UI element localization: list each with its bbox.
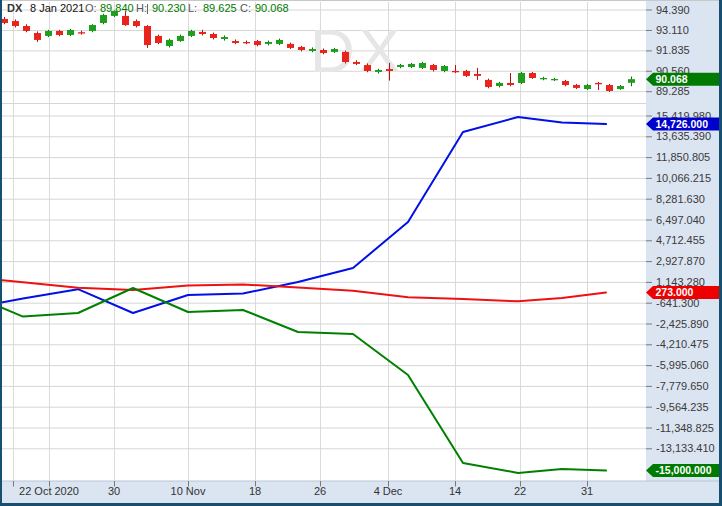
candle-up bbox=[496, 83, 503, 86]
candle-down bbox=[562, 81, 569, 85]
candle-down bbox=[254, 41, 261, 45]
candle-down bbox=[210, 34, 217, 38]
value-badge-2-text: -15,000.000 bbox=[656, 464, 712, 476]
candle-up bbox=[221, 37, 228, 39]
candle-down bbox=[430, 65, 437, 70]
frame-left bbox=[0, 0, 2, 506]
candle-up bbox=[265, 42, 272, 44]
x-axis-label: 31 bbox=[581, 485, 593, 497]
x-axis-label: 26 bbox=[314, 485, 326, 497]
candle-down bbox=[287, 44, 294, 48]
candle-up bbox=[540, 78, 547, 79]
candle-up bbox=[408, 64, 415, 67]
candle-up bbox=[584, 85, 591, 89]
value-axis-label: 10,066.215 bbox=[656, 172, 711, 184]
value-axis-label: 6,497.040 bbox=[656, 214, 705, 226]
candle-down bbox=[155, 36, 162, 43]
candle-up bbox=[617, 86, 624, 89]
candle-down bbox=[12, 21, 19, 26]
x-axis-label: 10 Nov bbox=[171, 485, 206, 497]
price-axis-label: 91.835 bbox=[656, 44, 690, 56]
candle-down bbox=[1, 19, 8, 23]
candle-up bbox=[309, 49, 316, 51]
candle-down bbox=[232, 41, 239, 43]
candle-down bbox=[353, 62, 360, 64]
x-axis-label: 22 Oct 2020 bbox=[19, 485, 79, 497]
candle-down bbox=[78, 32, 85, 33]
value-axis-label: -7,779.650 bbox=[656, 380, 709, 392]
chart-svg: 22 Oct 20203010 Nov18264 Dec14223194.390… bbox=[0, 0, 722, 506]
price-axis-label: 89.285 bbox=[656, 85, 690, 97]
candle-up bbox=[628, 79, 635, 83]
value-axis-label: 8,281.630 bbox=[656, 193, 705, 205]
value-axis-label: -9,564.235 bbox=[656, 401, 709, 413]
x-axis-label: 22 bbox=[514, 485, 526, 497]
candle-down bbox=[606, 85, 613, 91]
candle-up bbox=[397, 65, 404, 67]
candle-up bbox=[89, 25, 96, 31]
candle-down bbox=[133, 21, 140, 26]
candle-down bbox=[485, 80, 492, 87]
value-axis-label: -2,425.890 bbox=[656, 318, 709, 330]
plot-area[interactable] bbox=[0, 0, 646, 481]
value-badge-1-text: 273.000 bbox=[656, 286, 694, 298]
x-axis-label: 18 bbox=[249, 485, 261, 497]
value-axis-label: -13,133.410 bbox=[656, 442, 715, 454]
candle-up bbox=[188, 31, 195, 36]
candle-down bbox=[342, 52, 349, 62]
value-axis-label: 2,927.870 bbox=[656, 255, 705, 267]
x-axis-label: 30 bbox=[108, 485, 120, 497]
candle-down bbox=[529, 73, 536, 78]
candle-up bbox=[419, 63, 426, 68]
candle-up bbox=[331, 49, 338, 52]
value-axis-label: -11,348.825 bbox=[656, 422, 714, 434]
candle-up bbox=[441, 66, 448, 71]
value-badge-0-text: 14,726.000 bbox=[656, 118, 709, 130]
value-axis-label: 11,850.805 bbox=[656, 151, 710, 163]
candle-up bbox=[518, 73, 525, 83]
candle-down bbox=[320, 50, 327, 53]
candle-down bbox=[56, 31, 63, 35]
value-axis-label: -5,995.060 bbox=[656, 359, 709, 371]
x-axis-label: 14 bbox=[449, 485, 461, 497]
candle-up bbox=[177, 36, 184, 41]
candle-down bbox=[474, 74, 481, 76]
candle-down bbox=[122, 16, 129, 25]
candle-down bbox=[298, 47, 305, 50]
candle-down bbox=[23, 26, 30, 31]
candle-down bbox=[199, 32, 206, 34]
candle-down bbox=[452, 71, 459, 72]
candle-down bbox=[243, 42, 250, 43]
price-badge-last-text: 90.068 bbox=[656, 73, 688, 85]
candle-up bbox=[45, 31, 52, 36]
candle-up bbox=[166, 40, 173, 46]
candle-down bbox=[364, 65, 371, 71]
value-axis-label: -4,210.475 bbox=[656, 338, 709, 350]
price-axis-label: 93.110 bbox=[656, 24, 689, 36]
chart-window: 22 Oct 20203010 Nov18264 Dec14223194.390… bbox=[0, 0, 722, 506]
value-axis-label: 4,712.455 bbox=[656, 234, 705, 246]
candle-up bbox=[551, 79, 558, 80]
candle-down bbox=[595, 83, 602, 84]
candle-up bbox=[276, 40, 283, 44]
candle-up bbox=[111, 11, 118, 16]
candle-down bbox=[34, 33, 41, 40]
candle-up bbox=[67, 30, 74, 35]
value-axis-label: 13,635.390 bbox=[656, 130, 711, 142]
price-axis-label: 94.390 bbox=[656, 4, 690, 16]
candle-down bbox=[463, 71, 470, 76]
candle-up bbox=[100, 15, 107, 23]
x-axis-label: 4 Dec bbox=[374, 485, 403, 497]
candle-down bbox=[144, 26, 151, 45]
candle-down bbox=[507, 83, 514, 85]
candle-down bbox=[573, 85, 580, 88]
candle-up bbox=[375, 70, 382, 72]
candle-down bbox=[386, 69, 393, 71]
